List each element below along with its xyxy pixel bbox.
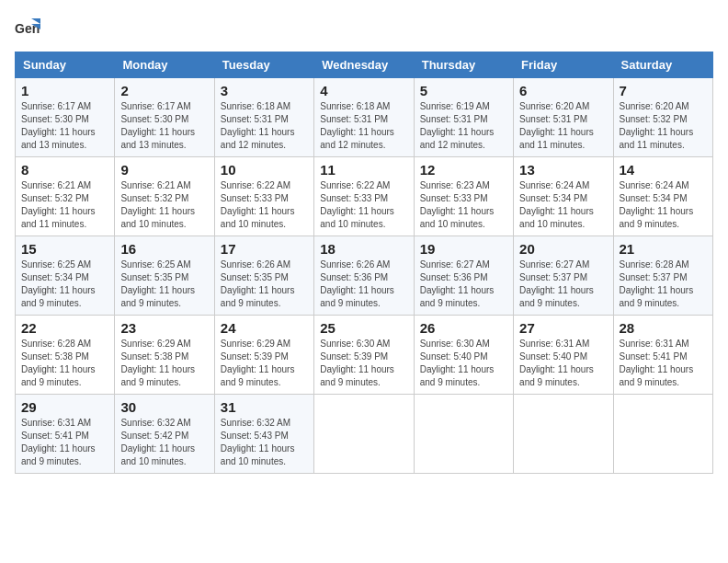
day-cell-9: 9 Sunrise: 6:21 AM Sunset: 5:32 PM Dayli… <box>115 157 214 236</box>
day-info: Sunrise: 6:21 AM Sunset: 5:32 PM Dayligh… <box>120 179 208 231</box>
day-cell-17: 17 Sunrise: 6:26 AM Sunset: 5:35 PM Dayl… <box>214 236 313 316</box>
day-cell-13: 13 Sunrise: 6:24 AM Sunset: 5:34 PM Dayl… <box>514 157 613 236</box>
day-cell-2: 2 Sunrise: 6:17 AM Sunset: 5:30 PM Dayli… <box>115 78 214 157</box>
day-cell-15: 15 Sunrise: 6:25 AM Sunset: 5:34 PM Dayl… <box>16 236 115 316</box>
day-info: Sunrise: 6:25 AM Sunset: 5:35 PM Dayligh… <box>120 259 208 310</box>
day-cell-18: 18 Sunrise: 6:26 AM Sunset: 5:36 PM Dayl… <box>314 236 414 316</box>
calendar-week-row: 15 Sunrise: 6:25 AM Sunset: 5:34 PM Dayl… <box>16 236 713 316</box>
day-number: 31 <box>221 399 308 415</box>
logo-icon: Gen <box>15 15 40 40</box>
day-number: 23 <box>120 320 208 336</box>
day-info: Sunrise: 6:30 AM Sunset: 5:39 PM Dayligh… <box>320 338 407 389</box>
calendar-week-row: 8 Sunrise: 6:21 AM Sunset: 5:32 PM Dayli… <box>16 157 713 236</box>
day-cell-22: 22 Sunrise: 6:28 AM Sunset: 5:38 PM Dayl… <box>16 316 115 395</box>
empty-cell <box>414 395 513 474</box>
day-cell-16: 16 Sunrise: 6:25 AM Sunset: 5:35 PM Dayl… <box>115 236 214 316</box>
day-number: 30 <box>120 399 208 415</box>
empty-cell <box>314 395 414 474</box>
day-number: 17 <box>221 241 308 257</box>
empty-cell <box>613 395 712 474</box>
calendar-week-row: 29 Sunrise: 6:31 AM Sunset: 5:41 PM Dayl… <box>16 395 713 474</box>
day-info: Sunrise: 6:31 AM Sunset: 5:41 PM Dayligh… <box>620 338 707 389</box>
day-info: Sunrise: 6:27 AM Sunset: 5:37 PM Dayligh… <box>519 259 607 310</box>
day-cell-12: 12 Sunrise: 6:23 AM Sunset: 5:33 PM Dayl… <box>414 157 513 236</box>
day-number: 14 <box>620 162 707 178</box>
day-number: 12 <box>420 162 507 178</box>
day-cell-19: 19 Sunrise: 6:27 AM Sunset: 5:36 PM Dayl… <box>414 236 513 316</box>
page-header: Gen <box>15 15 713 40</box>
day-number: 4 <box>320 83 407 98</box>
day-number: 25 <box>320 320 407 336</box>
day-number: 26 <box>420 320 507 336</box>
day-info: Sunrise: 6:17 AM Sunset: 5:30 PM Dayligh… <box>21 100 108 152</box>
day-cell-26: 26 Sunrise: 6:30 AM Sunset: 5:40 PM Dayl… <box>414 316 513 395</box>
day-info: Sunrise: 6:29 AM Sunset: 5:38 PM Dayligh… <box>120 338 208 389</box>
day-info: Sunrise: 6:28 AM Sunset: 5:37 PM Dayligh… <box>620 259 707 310</box>
day-cell-10: 10 Sunrise: 6:22 AM Sunset: 5:33 PM Dayl… <box>214 157 313 236</box>
day-info: Sunrise: 6:32 AM Sunset: 5:43 PM Dayligh… <box>221 417 308 468</box>
day-info: Sunrise: 6:20 AM Sunset: 5:31 PM Dayligh… <box>519 100 607 152</box>
day-info: Sunrise: 6:18 AM Sunset: 5:31 PM Dayligh… <box>221 100 308 152</box>
day-number: 6 <box>519 83 607 98</box>
day-cell-4: 4 Sunrise: 6:18 AM Sunset: 5:31 PM Dayli… <box>314 78 414 157</box>
day-info: Sunrise: 6:26 AM Sunset: 5:36 PM Dayligh… <box>320 259 407 310</box>
day-number: 29 <box>21 399 108 415</box>
header-friday: Friday <box>514 52 613 78</box>
day-cell-7: 7 Sunrise: 6:20 AM Sunset: 5:32 PM Dayli… <box>613 78 712 157</box>
day-number: 21 <box>620 241 707 257</box>
day-number: 22 <box>21 320 108 336</box>
day-info: Sunrise: 6:22 AM Sunset: 5:33 PM Dayligh… <box>221 179 308 231</box>
day-info: Sunrise: 6:32 AM Sunset: 5:42 PM Dayligh… <box>120 417 208 468</box>
day-cell-30: 30 Sunrise: 6:32 AM Sunset: 5:42 PM Dayl… <box>115 395 214 474</box>
day-cell-20: 20 Sunrise: 6:27 AM Sunset: 5:37 PM Dayl… <box>514 236 613 316</box>
day-cell-31: 31 Sunrise: 6:32 AM Sunset: 5:43 PM Dayl… <box>214 395 313 474</box>
day-info: Sunrise: 6:18 AM Sunset: 5:31 PM Dayligh… <box>320 100 407 152</box>
day-cell-11: 11 Sunrise: 6:22 AM Sunset: 5:33 PM Dayl… <box>314 157 414 236</box>
day-info: Sunrise: 6:21 AM Sunset: 5:32 PM Dayligh… <box>21 179 108 231</box>
day-number: 3 <box>221 83 308 98</box>
day-info: Sunrise: 6:17 AM Sunset: 5:30 PM Dayligh… <box>120 100 208 152</box>
day-number: 7 <box>620 83 707 98</box>
day-cell-23: 23 Sunrise: 6:29 AM Sunset: 5:38 PM Dayl… <box>115 316 214 395</box>
day-info: Sunrise: 6:29 AM Sunset: 5:39 PM Dayligh… <box>221 338 308 389</box>
day-cell-1: 1 Sunrise: 6:17 AM Sunset: 5:30 PM Dayli… <box>16 78 115 157</box>
day-cell-6: 6 Sunrise: 6:20 AM Sunset: 5:31 PM Dayli… <box>514 78 613 157</box>
day-number: 19 <box>420 241 507 257</box>
day-number: 13 <box>519 162 607 178</box>
day-cell-27: 27 Sunrise: 6:31 AM Sunset: 5:40 PM Dayl… <box>514 316 613 395</box>
calendar-week-row: 22 Sunrise: 6:28 AM Sunset: 5:38 PM Dayl… <box>16 316 713 395</box>
day-cell-24: 24 Sunrise: 6:29 AM Sunset: 5:39 PM Dayl… <box>214 316 313 395</box>
calendar-week-row: 1 Sunrise: 6:17 AM Sunset: 5:30 PM Dayli… <box>16 78 713 157</box>
day-info: Sunrise: 6:25 AM Sunset: 5:34 PM Dayligh… <box>21 259 108 310</box>
day-number: 28 <box>620 320 707 336</box>
day-number: 15 <box>21 241 108 257</box>
day-info: Sunrise: 6:19 AM Sunset: 5:31 PM Dayligh… <box>420 100 507 152</box>
header-wednesday: Wednesday <box>314 52 414 78</box>
day-number: 9 <box>120 162 208 178</box>
day-cell-21: 21 Sunrise: 6:28 AM Sunset: 5:37 PM Dayl… <box>613 236 712 316</box>
day-info: Sunrise: 6:27 AM Sunset: 5:36 PM Dayligh… <box>420 259 507 310</box>
day-info: Sunrise: 6:28 AM Sunset: 5:38 PM Dayligh… <box>21 338 108 389</box>
day-number: 1 <box>21 83 108 98</box>
day-info: Sunrise: 6:31 AM Sunset: 5:40 PM Dayligh… <box>519 338 607 389</box>
day-info: Sunrise: 6:24 AM Sunset: 5:34 PM Dayligh… <box>519 179 607 231</box>
day-cell-5: 5 Sunrise: 6:19 AM Sunset: 5:31 PM Dayli… <box>414 78 513 157</box>
day-info: Sunrise: 6:31 AM Sunset: 5:41 PM Dayligh… <box>21 417 108 468</box>
day-number: 10 <box>221 162 308 178</box>
day-number: 18 <box>320 241 407 257</box>
header-saturday: Saturday <box>613 52 712 78</box>
day-number: 2 <box>120 83 208 98</box>
day-cell-28: 28 Sunrise: 6:31 AM Sunset: 5:41 PM Dayl… <box>613 316 712 395</box>
day-number: 16 <box>120 241 208 257</box>
weekday-header-row: Sunday Monday Tuesday Wednesday Thursday… <box>16 52 713 78</box>
day-info: Sunrise: 6:26 AM Sunset: 5:35 PM Dayligh… <box>221 259 308 310</box>
day-info: Sunrise: 6:20 AM Sunset: 5:32 PM Dayligh… <box>620 100 707 152</box>
header-tuesday: Tuesday <box>214 52 313 78</box>
day-cell-8: 8 Sunrise: 6:21 AM Sunset: 5:32 PM Dayli… <box>16 157 115 236</box>
day-info: Sunrise: 6:22 AM Sunset: 5:33 PM Dayligh… <box>320 179 407 231</box>
day-cell-29: 29 Sunrise: 6:31 AM Sunset: 5:41 PM Dayl… <box>16 395 115 474</box>
header-sunday: Sunday <box>16 52 115 78</box>
logo: Gen <box>15 15 42 40</box>
empty-cell <box>514 395 613 474</box>
calendar-table: Sunday Monday Tuesday Wednesday Thursday… <box>15 52 713 474</box>
